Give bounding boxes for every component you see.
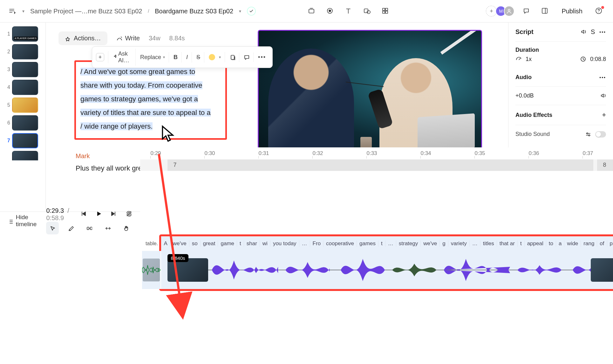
copy-page-button[interactable] bbox=[226, 52, 239, 62]
word-token[interactable]: … bbox=[470, 240, 480, 247]
scene-thumb-6[interactable]: 6 bbox=[0, 114, 45, 132]
volume-icon[interactable] bbox=[600, 92, 606, 99]
chevron-down-icon[interactable]: ▾ bbox=[239, 9, 241, 14]
word-token[interactable]: t bbox=[237, 240, 244, 247]
word-token[interactable]: strategy bbox=[396, 240, 421, 247]
write-button[interactable]: Write bbox=[116, 35, 140, 42]
word-token[interactable]: Fro bbox=[310, 240, 324, 247]
word-token[interactable]: to bbox=[546, 240, 556, 247]
speed-icon[interactable] bbox=[515, 56, 521, 63]
strike-button[interactable]: S bbox=[193, 52, 204, 63]
slip-tool[interactable] bbox=[101, 222, 114, 234]
shape-overlay-icon[interactable] bbox=[361, 5, 373, 17]
record-icon[interactable] bbox=[324, 5, 337, 17]
word-token[interactable]: we've bbox=[170, 240, 189, 247]
effect-settings-icon[interactable] bbox=[585, 131, 591, 137]
scene-clip-8[interactable]: 8 bbox=[597, 159, 613, 171]
scene-thumb-4[interactable]: 4 bbox=[0, 78, 45, 96]
ripple-tool[interactable] bbox=[83, 222, 96, 234]
selected-timeline-region[interactable]: table. … Plus Awe'vesogreatgametsharwiyo… bbox=[159, 234, 613, 291]
bold-button[interactable]: B bbox=[170, 52, 182, 63]
more-menu-button[interactable]: ••• bbox=[599, 30, 606, 35]
select-tool[interactable] bbox=[46, 222, 59, 234]
collaborator-avatars[interactable]: + M bbox=[486, 6, 514, 17]
chevron-down-icon[interactable]: ▾ bbox=[22, 9, 24, 14]
ask-ai-button[interactable]: Ask AI… bbox=[109, 49, 136, 66]
more-menu-button[interactable]: ••• bbox=[254, 52, 270, 63]
word-token[interactable]: that ar bbox=[497, 240, 518, 247]
script-line[interactable]: share with you today. From cooperative bbox=[80, 81, 202, 89]
timeline[interactable]: 0:29 0:30 0:31 0:32 0:33 0:34 0:35 0:36 … bbox=[140, 147, 613, 294]
word-token[interactable]: of bbox=[597, 240, 607, 247]
scene-clip-7[interactable]: 7 bbox=[167, 159, 593, 171]
scene-thumb-7[interactable]: 7 bbox=[0, 132, 45, 150]
help-icon[interactable] bbox=[593, 5, 605, 17]
scene-track[interactable]: 7 8 bbox=[140, 159, 613, 171]
add-collaborator-icon[interactable]: + bbox=[486, 6, 497, 17]
scene-thumb-5[interactable]: 5 bbox=[0, 96, 45, 114]
layout-panel-icon[interactable] bbox=[539, 5, 551, 17]
word-token[interactable]: appeal bbox=[525, 240, 546, 247]
layer-letter[interactable]: S bbox=[591, 28, 595, 36]
word-token[interactable]: A bbox=[161, 240, 170, 247]
word-track[interactable]: Awe'vesogreatgametsharwiyou today…Frocoo… bbox=[161, 236, 613, 251]
waveform[interactable] bbox=[208, 251, 613, 289]
scene-thumb-3[interactable]: 3 bbox=[0, 61, 45, 78]
word-token[interactable]: g bbox=[440, 240, 448, 247]
playback-speed[interactable]: 1x bbox=[526, 56, 532, 63]
word-token[interactable]: titles bbox=[480, 240, 497, 247]
time-ruler[interactable]: 0:29 0:30 0:31 0:32 0:33 0:34 0:35 0:36 … bbox=[140, 147, 613, 159]
effect-toggle[interactable] bbox=[595, 131, 606, 138]
hide-timeline-button[interactable]: Hide timeline bbox=[9, 214, 38, 228]
word-token[interactable]: wi bbox=[260, 240, 270, 247]
script-line[interactable]: / wide range of players. bbox=[80, 122, 153, 130]
audio-waveform-track[interactable] bbox=[161, 251, 613, 289]
replace-button[interactable]: Replace ▾ bbox=[136, 52, 169, 63]
more-menu-button[interactable]: ••• bbox=[599, 75, 606, 80]
word-token[interactable]: game bbox=[218, 240, 237, 247]
word-token[interactable]: play bbox=[607, 240, 613, 247]
word-token[interactable]: rang bbox=[581, 240, 597, 247]
word-token[interactable]: shar bbox=[244, 240, 260, 247]
breadcrumb-project[interactable]: Sample Project —…me Buzz S03 Ep02 bbox=[30, 8, 142, 15]
script-line[interactable]: games to strategy games, we've got a bbox=[80, 95, 198, 103]
add-block-button[interactable]: + bbox=[95, 51, 108, 63]
blade-tool[interactable] bbox=[65, 222, 77, 234]
highlight-color-button[interactable]: ▾ bbox=[205, 52, 225, 62]
breadcrumb-file[interactable]: Boardgame Buzz S03 Ep02 bbox=[155, 8, 233, 15]
hand-tool[interactable] bbox=[120, 222, 133, 234]
word-token[interactable]: … bbox=[299, 240, 310, 247]
word-token[interactable]: we've bbox=[421, 240, 440, 247]
word-token[interactable]: so bbox=[189, 240, 201, 247]
volume-icon[interactable] bbox=[581, 29, 586, 35]
text-tool-icon[interactable] bbox=[342, 5, 355, 17]
word-token[interactable]: … bbox=[385, 240, 396, 247]
word-token[interactable]: you today bbox=[270, 240, 299, 247]
word-token[interactable]: cooperative bbox=[324, 240, 357, 247]
word-token[interactable]: games bbox=[357, 240, 378, 247]
script-line[interactable]: / And we've got some great games to bbox=[80, 68, 195, 76]
script-line[interactable]: variety of titles that are sure to appea… bbox=[80, 109, 211, 117]
word-token[interactable]: variety bbox=[448, 240, 470, 247]
publish-button[interactable]: Publish bbox=[557, 6, 587, 17]
templates-icon[interactable] bbox=[379, 5, 392, 17]
avatar[interactable] bbox=[504, 6, 514, 17]
comments-icon[interactable] bbox=[520, 5, 533, 17]
word-token[interactable]: wide bbox=[564, 240, 581, 247]
app-menu-icon[interactable] bbox=[8, 7, 17, 16]
scene-thumb-2[interactable]: 2 bbox=[0, 43, 45, 61]
comment-button[interactable] bbox=[240, 52, 254, 62]
word-token[interactable]: t bbox=[518, 240, 525, 247]
media-library-icon[interactable] bbox=[305, 5, 318, 17]
selected-transcript-block[interactable]: / And we've got some great games to shar… bbox=[74, 60, 227, 140]
italic-button[interactable]: I bbox=[182, 52, 192, 63]
scene-thumb-8[interactable] bbox=[0, 150, 45, 162]
add-effect-button[interactable]: + bbox=[602, 111, 606, 119]
scene-thumb-1[interactable]: 14 PLAYER GAMES bbox=[0, 25, 45, 43]
actions-button[interactable]: Actions… bbox=[58, 31, 107, 45]
word-token[interactable]: a bbox=[556, 240, 564, 247]
audio-gain[interactable]: +0.0dB bbox=[515, 92, 534, 99]
word-token[interactable]: t bbox=[378, 240, 385, 247]
word-token[interactable]: great bbox=[201, 240, 218, 247]
scene-thumbnail-rail[interactable]: 14 PLAYER GAMES 2 3 4 5 6 7 bbox=[0, 23, 46, 212]
